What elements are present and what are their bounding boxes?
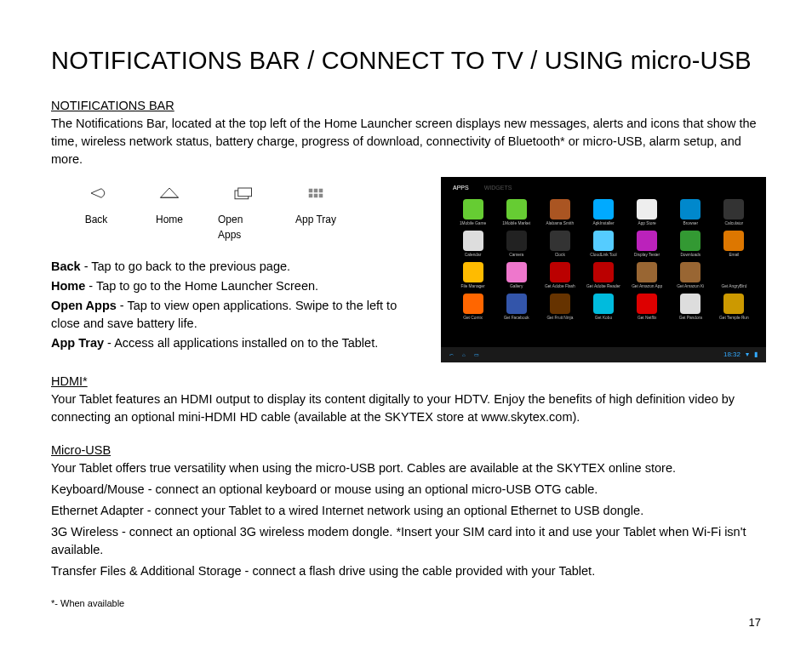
app-icon bbox=[506, 199, 527, 220]
app-item: Camera bbox=[498, 231, 535, 259]
app-label: Get Temple Run bbox=[717, 316, 751, 322]
app-item: Gallery bbox=[498, 262, 535, 290]
app-label: Browser bbox=[673, 221, 707, 227]
app-item: Browser bbox=[672, 199, 709, 227]
app-icon bbox=[550, 231, 570, 251]
app-label: Get Facebook bbox=[500, 316, 534, 322]
app-item: Downloads bbox=[672, 231, 709, 259]
app-label: CloudLink Tool bbox=[586, 253, 620, 259]
hdmi-heading: HDMI* bbox=[51, 373, 761, 391]
app-label: Get Pandora bbox=[673, 316, 707, 322]
app-icon bbox=[463, 262, 483, 282]
nav-open-apps-label: Open Apps bbox=[218, 213, 267, 242]
page-title: NOTIFICATIONS BAR / CONNECT TO TV / USIN… bbox=[51, 43, 761, 78]
sb-time: 18:32 bbox=[723, 350, 741, 360]
svg-rect-8 bbox=[319, 194, 323, 198]
app-item: Get Amazon Ki bbox=[672, 262, 709, 290]
app-item: Calendar bbox=[455, 231, 491, 259]
app-item: Clock bbox=[541, 231, 578, 259]
right-column: APPS WIDGETS 1Mobile Game1Mobile MarketA… bbox=[441, 177, 766, 362]
app-label: ApkInstaller bbox=[586, 221, 620, 227]
nav-back-label: Back bbox=[85, 213, 108, 227]
sb-recent-icon: ▭ bbox=[474, 351, 479, 359]
app-label: Get Amazon Ki bbox=[673, 284, 707, 290]
desc-open: Open Apps - Tap to view open application… bbox=[51, 297, 426, 333]
nav-icon-row: Back Home Open Apps bbox=[71, 184, 426, 242]
hdmi-body: Your Tablet features an HDMI output to d… bbox=[51, 391, 761, 426]
app-label: Camera bbox=[500, 253, 534, 259]
app-label: File Manager bbox=[456, 284, 490, 290]
tab-widgets: WIDGETS bbox=[481, 182, 516, 194]
app-label: Email bbox=[717, 253, 751, 259]
app-icon bbox=[550, 262, 570, 282]
app-icon bbox=[723, 231, 744, 251]
sb-back-icon: ⤺ bbox=[449, 351, 454, 359]
usb-l4: 3G Wireless - connect an optional 3G wir… bbox=[51, 523, 761, 559]
svg-rect-4 bbox=[314, 189, 318, 193]
app-label: Calendar bbox=[456, 253, 490, 259]
notif-body: The Notifications Bar, located at the to… bbox=[51, 115, 761, 168]
app-item: CloudLink Tool bbox=[585, 231, 621, 259]
tablet-screenshot: APPS WIDGETS 1Mobile Game1Mobile MarketA… bbox=[441, 177, 766, 362]
svg-rect-6 bbox=[309, 194, 313, 198]
app-item: Get Amazon App bbox=[629, 262, 666, 290]
app-item: 1Mobile Market bbox=[498, 199, 535, 227]
app-label: Get Adobe Reader bbox=[586, 284, 620, 290]
app-item: Get Temple Run bbox=[716, 294, 752, 322]
left-column: Back Home Open Apps bbox=[51, 177, 426, 362]
sb-home-icon: ⌂ bbox=[462, 351, 466, 359]
app-label: Get Fruit Ninja bbox=[543, 316, 577, 322]
back-icon bbox=[83, 184, 109, 208]
app-item: ApkInstaller bbox=[585, 199, 621, 227]
usb-heading: Micro-USB bbox=[51, 442, 761, 459]
app-label: Get AngryBird bbox=[717, 284, 751, 290]
app-item: Display Tester bbox=[629, 231, 666, 259]
footnote: *- When available bbox=[51, 597, 761, 611]
app-label: App Store bbox=[630, 221, 664, 227]
usb-l1: Your Tablet offers true versatility when… bbox=[51, 459, 761, 477]
sb-wifi-icon: ▾ bbox=[746, 350, 749, 360]
app-tray-icon bbox=[303, 184, 329, 208]
app-label: Clock bbox=[543, 253, 577, 259]
app-icon bbox=[723, 294, 744, 314]
app-label: Get Comix bbox=[456, 316, 490, 322]
app-icon bbox=[637, 262, 657, 282]
app-label: 1Mobile Game bbox=[456, 221, 490, 227]
app-item: Get Netflix bbox=[629, 294, 666, 322]
open-apps-icon bbox=[230, 184, 255, 208]
app-label: Downloads bbox=[673, 253, 707, 259]
app-label: Gallery bbox=[500, 284, 534, 290]
notif-heading: NOTIFICATIONS BAR bbox=[51, 97, 761, 115]
app-label: Get Adobe Flash bbox=[543, 284, 577, 290]
app-icon bbox=[723, 262, 744, 282]
status-bar: ⤺ ⌂ ▭ 18:32 ▾ ▮ bbox=[441, 347, 766, 362]
app-item: 1Mobile Game bbox=[455, 199, 491, 227]
app-label: Get Netflix bbox=[630, 316, 664, 322]
app-item: File Manager bbox=[455, 262, 491, 290]
app-icon bbox=[723, 199, 744, 220]
desc-back: Back - Tap to go back to the previous pa… bbox=[51, 258, 426, 276]
app-icon bbox=[637, 294, 657, 314]
app-icon bbox=[680, 294, 700, 314]
app-label: Calculator bbox=[717, 221, 751, 227]
app-icon bbox=[637, 199, 657, 220]
app-item: Get AngryBird bbox=[716, 262, 752, 290]
usb-l3: Ethernet Adapter - connect your Tablet t… bbox=[51, 502, 761, 520]
svg-rect-3 bbox=[309, 189, 313, 193]
app-grid: 1Mobile Game1Mobile MarketAlabama SmithA… bbox=[449, 199, 758, 322]
app-icon bbox=[506, 294, 527, 314]
app-icon bbox=[550, 199, 570, 220]
app-item: App Store bbox=[629, 199, 666, 227]
svg-rect-2 bbox=[238, 188, 252, 197]
nav-open-apps: Open Apps bbox=[218, 184, 267, 242]
svg-rect-7 bbox=[314, 194, 318, 198]
app-icon bbox=[463, 199, 483, 220]
app-icon bbox=[506, 262, 527, 282]
app-icon bbox=[550, 294, 570, 314]
app-icon bbox=[506, 231, 527, 251]
app-item: Alabama Smith bbox=[541, 199, 578, 227]
nav-app-tray-label: App Tray bbox=[295, 213, 336, 227]
app-item: Email bbox=[716, 231, 752, 259]
app-icon bbox=[593, 199, 614, 220]
app-icon bbox=[593, 262, 614, 282]
